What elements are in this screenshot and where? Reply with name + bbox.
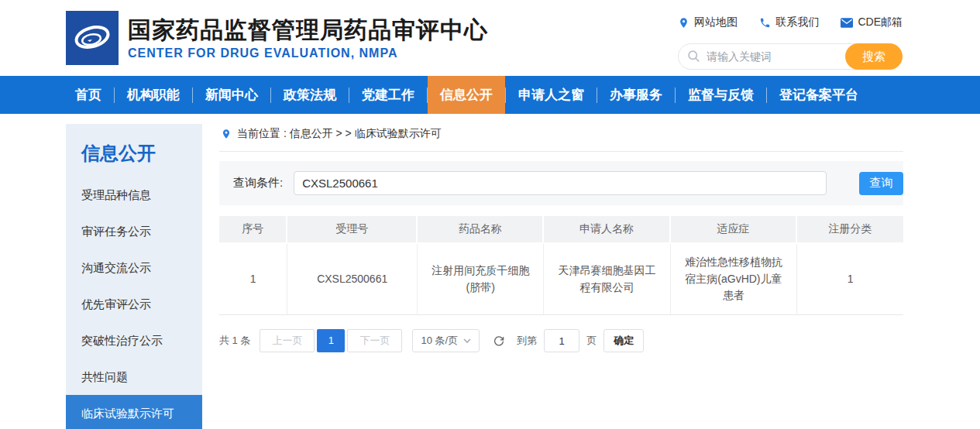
refresh-button[interactable] (492, 334, 506, 348)
cde-logo-icon (66, 11, 119, 65)
prev-page-button[interactable]: 上一页 (260, 329, 315, 352)
nav-item-party-building[interactable]: 党建工作 (349, 76, 427, 114)
pagination-total: 共 1 条 (219, 334, 250, 348)
header-right: 网站地图 联系我们 CDE邮箱 搜索 (678, 15, 903, 70)
sidebar-title: 信息公开 (66, 136, 202, 177)
location-pin-icon (221, 129, 232, 139)
sidebar-item-priority-review[interactable]: 优先审评公示 (66, 286, 202, 322)
goto-suffix: 页 (586, 334, 597, 348)
main-nav: 首页 机构职能 新闻中心 政策法规 党建工作 信息公开 申请人之窗 办事服务 监… (0, 76, 980, 114)
cell-acceptance-no[interactable]: CXSL2500661 (287, 244, 418, 315)
chevron-down-icon (463, 338, 471, 344)
sidebar: 信息公开 受理品种信息 审评任务公示 沟通交流公示 优先审评公示 突破性治疗公示… (66, 124, 202, 429)
search-button[interactable]: 搜索 (845, 43, 903, 70)
query-button[interactable]: 查询 (859, 172, 903, 195)
nav-item-supervision-feedback[interactable]: 监督与反馈 (676, 76, 766, 114)
location-pin-icon (678, 17, 689, 29)
nav-item-news[interactable]: 新闻中心 (193, 76, 270, 114)
col-header-acceptance-no: 受理号 (287, 216, 418, 244)
query-label: 查询条件: (233, 176, 283, 190)
nav-item-home[interactable]: 首页 (63, 76, 114, 114)
nav-item-applicant-window[interactable]: 申请人之窗 (506, 76, 597, 114)
results-table: 序号 受理号 药品名称 申请人名称 适应症 注册分类 1 CXSL2500661… (219, 216, 903, 315)
cde-mail-label: CDE邮箱 (858, 15, 903, 29)
breadcrumb-text: 当前位置 : 信息公开 > > 临床试验默示许可 (237, 127, 442, 141)
col-header-seq: 序号 (219, 216, 287, 244)
site-header: 国家药品监督管理局药品审评中心 CENTER FOR DRUG EVALUATI… (0, 0, 980, 76)
query-input[interactable] (294, 171, 827, 195)
main-area: 信息公开 受理品种信息 审评任务公示 沟通交流公示 优先审评公示 突破性治疗公示… (66, 124, 903, 429)
contact-us-label: 联系我们 (775, 15, 819, 29)
nav-item-policies[interactable]: 政策法规 (271, 76, 349, 114)
sidebar-item-accepted-varieties[interactable]: 受理品种信息 (66, 177, 202, 213)
sidebar-item-communication[interactable]: 沟通交流公示 (66, 249, 202, 286)
table-header-row: 序号 受理号 药品名称 申请人名称 适应症 注册分类 (219, 216, 903, 244)
sitemap-label: 网站地图 (694, 15, 738, 29)
goto-prefix: 到第 (517, 334, 537, 348)
current-page-button[interactable]: 1 (317, 329, 345, 352)
refresh-icon (492, 334, 506, 348)
goto-page-group: 到第 页 确定 (517, 329, 644, 352)
next-page-button[interactable]: 下一页 (347, 329, 402, 352)
sidebar-item-common-issues[interactable]: 共性问题 (66, 359, 202, 395)
nav-item-info-disclosure[interactable]: 信息公开 (428, 76, 505, 114)
page-size-label: 10 条/页 (421, 334, 458, 348)
goto-confirm-button[interactable]: 确定 (603, 329, 644, 352)
nav-item-org-functions[interactable]: 机构职能 (115, 76, 192, 114)
page-size-select[interactable]: 10 条/页 (412, 329, 480, 352)
breadcrumb: 当前位置 : 信息公开 > > 临床试验默示许可 (219, 124, 903, 152)
sidebar-item-clinical-trial-implied-license[interactable]: 临床试验默示许可 (66, 395, 202, 429)
search-area: 搜索 (678, 43, 903, 70)
content: 当前位置 : 信息公开 > > 临床试验默示许可 查询条件: 查询 序号 受理号… (219, 124, 903, 429)
cell-drug-name: 注射用间充质干细胞(脐带) (418, 244, 544, 315)
quick-links: 网站地图 联系我们 CDE邮箱 (678, 15, 903, 29)
nav-item-services[interactable]: 办事服务 (597, 76, 675, 114)
goto-page-input[interactable] (544, 329, 579, 352)
cell-seq: 1 (219, 244, 287, 315)
brand-text: 国家药品监督管理局药品审评中心 CENTER FOR DRUG EVALUATI… (128, 15, 488, 60)
col-header-indication: 适应症 (671, 216, 797, 244)
envelope-icon (841, 18, 853, 28)
sidebar-item-review-tasks[interactable]: 审评任务公示 (66, 213, 202, 249)
pagination: 共 1 条 上一页 1 下一页 10 条/页 到第 页 确定 (219, 329, 903, 352)
table-row: 1 CXSL2500661 注射用间充质干细胞(脐带) 天津昂赛细胞基因工程有限… (219, 244, 903, 315)
col-header-registration-class: 注册分类 (797, 216, 903, 244)
col-header-applicant: 申请人名称 (544, 216, 670, 244)
cell-applicant: 天津昂赛细胞基因工程有限公司 (544, 244, 670, 315)
contact-us-link[interactable]: 联系我们 (759, 15, 819, 29)
cde-mail-link[interactable]: CDE邮箱 (841, 15, 903, 29)
site-subtitle: CENTER FOR DRUG EVALUATION, NMPA (128, 46, 488, 60)
col-header-drug-name: 药品名称 (418, 216, 544, 244)
search-icon (687, 50, 700, 63)
cell-indication: 难治性急性移植物抗宿主病(aGvHD)儿童患者 (671, 244, 797, 315)
cell-registration-class: 1 (797, 244, 903, 315)
nav-item-registration-platform[interactable]: 登记备案平台 (767, 76, 871, 114)
sitemap-link[interactable]: 网站地图 (678, 15, 738, 29)
phone-icon (759, 17, 771, 29)
query-bar: 查询条件: 查询 (219, 161, 903, 205)
brand: 国家药品监督管理局药品审评中心 CENTER FOR DRUG EVALUATI… (66, 11, 488, 65)
sidebar-item-breakthrough-therapy[interactable]: 突破性治疗公示 (66, 322, 202, 359)
site-title: 国家药品监督管理局药品审评中心 (128, 15, 488, 45)
